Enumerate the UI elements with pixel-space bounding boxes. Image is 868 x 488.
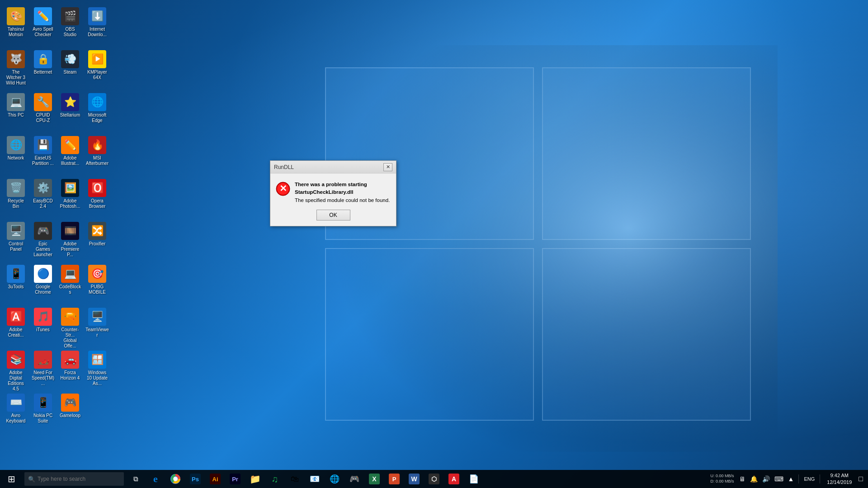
desktop-icon-codeblocks[interactable]: 💻CodeBlocks [57, 262, 84, 305]
desktop-icon-gameloop[interactable]: 🎮Gameloop [57, 391, 84, 434]
dialog-content: ✕ There was a problem starting StartupCh… [270, 174, 396, 210]
desktop-icon-opera-browser[interactable]: 🅾️Opera Browser [84, 176, 111, 219]
desktop-icon-nokia-pc-suite[interactable]: 📱Nokia PC Suite [29, 391, 57, 434]
google-chrome-icon: 🔵 [34, 265, 52, 283]
acrobat-icon: A [448, 474, 459, 484]
taskbar-clock[interactable]: 9:42 AM 12/14/2019 [823, 470, 855, 488]
taskbar-app11[interactable]: 🎮 [344, 470, 364, 488]
desktop-icon-teamviewer[interactable]: 🖥️TeamViewer [84, 305, 111, 348]
desktop-icon-control-panel[interactable]: 🖥️Control Panel [2, 219, 29, 262]
easeus-partition-label: EaseUS Partition ... [31, 155, 55, 166]
desktop-icon-recycle-bin[interactable]: 🗑️Recycle Bin [2, 176, 29, 219]
desktop-icon-adobe-digital[interactable]: 📚Adobe Digital Editions 4.5 [2, 348, 29, 391]
taskbar-search-box[interactable]: 🔍 [24, 472, 124, 486]
taskbar-epic[interactable]: ⬡ [424, 470, 444, 488]
adobe-photoshop-icon: 🖼️ [61, 179, 79, 197]
svg-rect-5 [542, 68, 750, 239]
desktop-icon-obs-studio[interactable]: 🎬OBS Studio [57, 5, 84, 47]
rundll-dialog[interactable]: RunDLL ✕ ✕ There was a problem starting … [270, 160, 396, 226]
desktop-icon-proxifier[interactable]: 🔀Proxifier [84, 219, 111, 262]
desktop-icon-this-pc[interactable]: 💻This PC [2, 90, 29, 133]
desktop-icon-kmplayer[interactable]: ▶️KMPlayer 64X [84, 47, 111, 90]
start-button[interactable]: ⊞ [0, 470, 23, 488]
dialog-close-button[interactable]: ✕ [383, 163, 392, 171]
desktop-icon-avro-keyboard[interactable]: ⌨️Avro Keyboard [2, 391, 29, 434]
taskbar-chrome[interactable] [165, 470, 185, 488]
desktop-icon-stellarium[interactable]: ⭐Stellarium [57, 90, 84, 133]
stellarium-icon: ⭐ [61, 93, 79, 111]
desktop-icon-cpuid-cpu-z[interactable]: 🔧CPUID CPU-Z [29, 90, 57, 133]
taskbar-word[interactable]: W [404, 470, 424, 488]
desktop-icon-itunes[interactable]: 🎵iTunes [29, 305, 57, 348]
task-view-button[interactable]: ⧉ [126, 470, 146, 488]
control-panel-label: Control Panel [4, 241, 28, 252]
app11-icon: 🎮 [349, 474, 359, 484]
taskbar-powerpoint[interactable]: P [384, 470, 404, 488]
taskbar: ⊞ 🔍 ⧉ e Ps [0, 470, 868, 488]
desktop-icon-msi-afterburner[interactable]: 🔥MSI Afterburner [84, 133, 111, 176]
windows-update-icon: 🪟 [88, 351, 106, 369]
desktop-icon-avro-spell-checker[interactable]: ✏️Avro Spell Checker [29, 5, 57, 47]
network-icon[interactable]: 🖥 [738, 470, 747, 488]
recycle-bin-label: Recycle Bin [4, 198, 28, 209]
taskbar-spotify[interactable]: ♫ [265, 470, 285, 488]
action-center-icon[interactable]: □ [857, 470, 864, 488]
dialog-ok-button[interactable]: OK [316, 210, 350, 221]
taskbar-explorer[interactable]: 📁 [245, 470, 265, 488]
desktop-icon-steam[interactable]: 💨Steam [57, 47, 84, 90]
need-for-speed-icon: 🏎️ [34, 351, 52, 369]
opera-browser-label: Opera Browser [85, 198, 109, 209]
taskbar-adobe-acrobat[interactable]: A [444, 470, 464, 488]
keyboard-icon[interactable]: ⌨ [773, 470, 785, 488]
desktop-icon-internet-download[interactable]: ⬇️Internet Downlo... [84, 5, 111, 47]
photoshop-icon: Ps [190, 474, 201, 484]
desktop-icon-adobe-creative[interactable]: 🅰️Adobe Creati... [2, 305, 29, 348]
3utools-icon: 📱 [7, 265, 25, 283]
desktop-icon-counter-strike[interactable]: 🔫Counter-Str... Global Offe... [57, 305, 84, 348]
desktop-icon-adobe-illustrator[interactable]: ✏️Adobe Illustrat... [57, 133, 84, 176]
control-panel-icon: 🖥️ [7, 222, 25, 240]
language-indicator[interactable]: ENG [802, 476, 816, 482]
gameloop-icon: 🎮 [61, 394, 79, 412]
desktop-icon-forza-horizon[interactable]: 🚗Forza Horizon 4 [57, 348, 84, 391]
avro-spell-checker-label: Avro Spell Checker [31, 27, 55, 38]
taskbar-files[interactable]: 📄 [464, 470, 484, 488]
taskbar-app9[interactable]: 📧 [305, 470, 325, 488]
desktop-icon-google-chrome[interactable]: 🔵Google Chrome [29, 262, 57, 305]
teamviewer-icon: 🖥️ [88, 308, 106, 326]
desktop-icon-betternet[interactable]: 🔒Betternet [29, 47, 57, 90]
show-hidden-icon[interactable]: ▲ [787, 470, 796, 488]
search-input[interactable] [38, 476, 112, 482]
3utools-label: 3uTools [8, 284, 24, 290]
taskbar-photoshop[interactable]: Ps [185, 470, 205, 488]
desktop-icon-easeus-partition[interactable]: 💾EaseUS Partition ... [29, 133, 57, 176]
desktop-icon-need-for-speed[interactable]: 🏎️Need For Speed(TM) ... [29, 348, 57, 391]
itunes-label: iTunes [36, 327, 50, 333]
notification-icon[interactable]: 🔔 [749, 470, 759, 488]
desktop-icon-the-witcher3[interactable]: 🐺The Witcher 3 Wild Hunt [2, 47, 29, 90]
volume-icon[interactable]: 🔊 [761, 470, 771, 488]
proxifier-label: Proxifier [89, 241, 106, 247]
network-usage[interactable]: U: 0.00 MB/s D: 0.00 MB/s [711, 474, 734, 484]
desktop-icon-3utools[interactable]: 📱3uTools [2, 262, 29, 305]
taskbar-store[interactable]: 🛍 [285, 470, 305, 488]
desktop-icon-adobe-photoshop[interactable]: 🖼️Adobe Photosh... [57, 176, 84, 219]
desktop-icon-microsoft-edge[interactable]: 🌐Microsoft Edge [84, 90, 111, 133]
desktop-icon-epic-games[interactable]: 🎮Epic Games Launcher [29, 219, 57, 262]
app9-icon: 📧 [310, 474, 320, 484]
desktop-icon-tahsinul-mohsin[interactable]: 🎨Tahsinul Mohsin [2, 5, 29, 47]
desktop-icon-pubg-mobile[interactable]: 🎯PUBG MOBILE [84, 262, 111, 305]
svg-text:✕: ✕ [279, 183, 287, 193]
desktop-icon-windows-update[interactable]: 🪟Windows 10 Update As... [84, 348, 111, 391]
desktop-wallpaper-beams [280, 45, 778, 452]
desktop-icon-adobe-premiere[interactable]: 🎞️Adobe Premiere P... [57, 219, 84, 262]
desktop-icon-network[interactable]: 🌐Network [2, 133, 29, 176]
taskbar-app10[interactable]: 🌐 [325, 470, 344, 488]
desktop-icon-easybcd[interactable]: ⚙️EasyBCD 2.4 [29, 176, 57, 219]
taskbar-premiere[interactable]: Pr [225, 470, 245, 488]
taskbar-edge[interactable]: e [146, 470, 165, 488]
taskbar-excel[interactable]: X [364, 470, 384, 488]
taskbar-illustrator[interactable]: Ai [205, 470, 225, 488]
forza-horizon-label: Forza Horizon 4 [58, 370, 82, 381]
word-icon: W [409, 474, 420, 484]
